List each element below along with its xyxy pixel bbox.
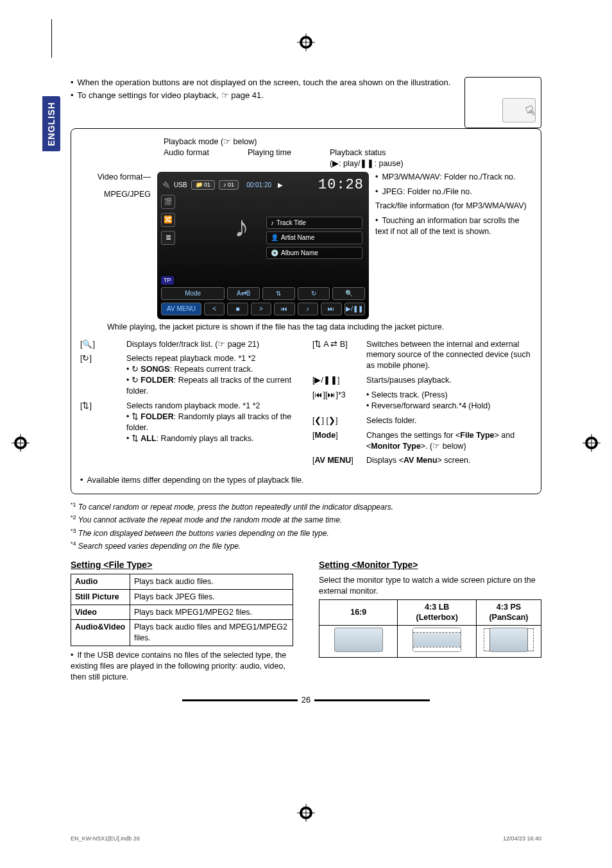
ratio-letterbox-icon: [412, 628, 461, 652]
usb-icon: 🔌: [162, 181, 170, 190]
callout-folder-track: MP3/WMA/WAV: Folder no./Track no.: [375, 172, 532, 183]
callout-playing-time: Playing time: [248, 147, 291, 169]
search-button[interactable]: 🔍: [332, 287, 365, 300]
file-type-note: If the USB device contains no files of t…: [71, 650, 293, 683]
track-chip: ♪ 01: [219, 180, 239, 189]
monitor-type-header: 4:3 LB(Letterbox): [398, 599, 476, 626]
next-track-button[interactable]: ⏭: [321, 303, 341, 315]
random-button-label: [⇅]: [80, 401, 126, 444]
file-type-table: AudioPlays back audio files. Still Pictu…: [71, 574, 293, 646]
source-label: USB: [174, 181, 187, 190]
monitor-type-table: 16:9 4:3 LB(Letterbox) 4:3 PS(PanScan): [319, 599, 541, 658]
repeat-songs-desc: ↻ SONGS: Repeats current track.: [126, 364, 300, 375]
skip-hold-desc: Reverse/forward search.*4 (Hold): [366, 401, 532, 412]
mode-desc: Changes the settings for <File Type> and…: [366, 430, 532, 452]
footnote-3: The icon displayed between the buttons v…: [78, 529, 329, 538]
registration-mark-icon: [297, 33, 315, 51]
controls-right-column: [⇅ A ⇄ B] Switches between the internal …: [312, 339, 532, 471]
repeat-folder-desc: ↻ FOLDER: Repeats all tracks of the curr…: [126, 375, 300, 397]
ratio-panscan-icon: [489, 628, 528, 652]
callout-track-info: Track/file information (for MP3/WMA/WAV): [375, 201, 532, 212]
av-menu-button[interactable]: AV MENU: [161, 303, 201, 315]
clock-display: 10:28: [318, 176, 364, 195]
monitor-type-header: 4:3 PS(PanScan): [476, 599, 541, 626]
monitor-type-heading: Setting <Monitor Type>: [319, 559, 541, 571]
footnote-4: Search speed varies depending on the fil…: [78, 542, 241, 551]
callout-jpeg-file: JPEG: Folder no./File no.: [375, 187, 532, 197]
footer-timestamp: 12/04/23 16:40: [503, 835, 541, 842]
search-list-desc: Displays folder/track list. (☞ page 21): [126, 339, 300, 350]
video-format-icon: 🎬: [161, 195, 175, 209]
page-number: 26: [71, 694, 541, 706]
track-mode-button[interactable]: ♪: [298, 303, 318, 315]
file-type-row-desc: Plays back MPEG1/MPEG2 files.: [130, 605, 293, 620]
elapsed-time: 00:01:20: [246, 181, 271, 190]
ratio-16-9-icon: [334, 628, 383, 652]
monitor-type-intro: Select the monitor type to watch a wide …: [319, 575, 541, 597]
jacket-picture-note: While playing, the jacket picture is sho…: [107, 322, 532, 333]
callout-playback-status-detail: (▶: play/❚❚: pause): [330, 159, 404, 168]
music-note-icon: ♪: [234, 206, 249, 246]
album-name-bar: Album Name: [266, 247, 362, 260]
ab-switch-desc: Switches between the internal and extern…: [366, 339, 532, 372]
artist-name-bar: Artist Name: [266, 231, 362, 244]
play-indicator-icon: ▶: [278, 181, 283, 190]
registration-mark-icon: [582, 434, 600, 455]
footnotes: *1 To cancel random or repeat mode, pres…: [71, 501, 541, 551]
callout-mpeg-jpeg: MPEG/JPEG: [80, 189, 151, 200]
footer-file-name: EN_KW-NSX1[EU].indb 26: [71, 835, 140, 842]
repeat-button[interactable]: ↻: [298, 287, 330, 300]
folder-chip: 📁 01: [191, 180, 216, 189]
repeat-desc: Selects repeat playback mode. *1 *2: [126, 354, 256, 363]
shuffle-icon: 🔀: [161, 213, 175, 227]
search-list-button-label: [🔍]: [80, 339, 126, 350]
player-screenshot: 🔌 USB 📁 01 ♪ 01 00:01:20 ▶ 10:28 🎬 🔀 ≣ ♪…: [157, 172, 369, 319]
file-type-row-label: Still Picture: [71, 589, 130, 605]
prev-track-button[interactable]: ⏮: [274, 303, 294, 315]
controls-left-column: [🔍] Displays folder/track list. (☞ page …: [80, 339, 300, 471]
registration-mark-icon: [297, 804, 315, 822]
file-type-row-label: Audio&Video: [71, 620, 130, 646]
available-items-note: Available items differ depending on the …: [80, 475, 532, 486]
next-folder-button[interactable]: >: [251, 303, 271, 315]
language-tab: ENGLISH: [42, 96, 60, 151]
callout-scroll-note: Touching an information bar scrolls the …: [375, 215, 532, 237]
callout-playback-mode: Playback mode (☞ below): [164, 137, 257, 147]
file-type-heading: Setting <File Type>: [71, 559, 293, 571]
repeat-button-label: [↻]: [80, 353, 126, 397]
callout-audio-format: Audio format: [164, 147, 209, 169]
play-pause-desc: Starts/pauses playback.: [366, 375, 532, 386]
screen-overview-box: Playback mode (☞ below) Audio format Pla…: [71, 128, 541, 494]
folder-nav-label: [❮] [❯]: [312, 415, 366, 426]
play-pause-label: [▶/❚❚]: [312, 375, 366, 386]
registration-mark-icon: [12, 434, 30, 455]
prev-folder-button[interactable]: <: [204, 303, 225, 315]
mode-label: [Mode]: [312, 430, 366, 452]
monitor-type-header: 16:9: [319, 599, 398, 626]
file-type-row-desc: Plays back audio files.: [130, 574, 293, 589]
list-icon: ≣: [161, 231, 175, 245]
skip-press-desc: Selects track. (Press): [366, 390, 532, 401]
shuffle-button[interactable]: ⇅: [262, 287, 295, 300]
touch-area-illustration: ☟: [464, 77, 541, 128]
av-menu-desc: Displays <AV Menu> screen.: [366, 455, 532, 466]
skip-buttons-label: [⏮][⏭]*3: [312, 390, 366, 412]
ab-switch-button[interactable]: A⇄B: [227, 287, 260, 300]
tp-indicator: TP: [161, 276, 174, 284]
file-type-row-label: Video: [71, 605, 130, 620]
file-type-row-label: Audio: [71, 574, 130, 589]
random-desc: Selects random playback mode. *1 *2: [126, 401, 260, 410]
file-type-row-desc: Plays back JPEG files.: [130, 589, 293, 605]
av-menu-label: [AV MENU]: [312, 455, 366, 466]
folder-nav-desc: Selects folder.: [366, 415, 532, 426]
stop-button[interactable]: ■: [227, 303, 248, 315]
file-type-row-desc: Plays back audio files and MPEG1/MPEG2 f…: [130, 620, 293, 646]
random-all-desc: ⇅ ALL: Randomly plays all tracks.: [126, 433, 300, 444]
track-title-bar: Track Title: [266, 217, 362, 230]
footnote-1: To cancel random or repeat mode, press t…: [78, 503, 393, 512]
callout-playback-status: Playback status: [330, 148, 386, 157]
play-pause-button[interactable]: ▶/❚❚: [344, 303, 365, 315]
footnote-2: You cannot activate the repeat mode and …: [78, 515, 343, 524]
ab-switch-label: [⇅ A ⇄ B]: [312, 339, 366, 372]
mode-button[interactable]: Mode: [161, 287, 225, 300]
